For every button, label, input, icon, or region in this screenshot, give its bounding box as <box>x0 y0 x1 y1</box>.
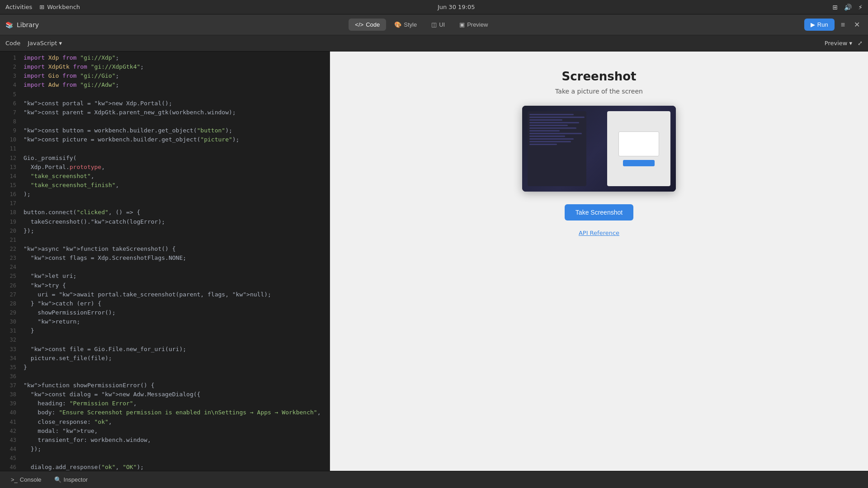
line-content <box>24 335 326 344</box>
line-number: 32 <box>4 335 16 344</box>
line-number: 12 <box>4 154 16 163</box>
inspector-tab[interactable]: 🔍 Inspector <box>49 474 93 485</box>
line-content: picture.set_file(file); <box>24 354 326 363</box>
line-number: 43 <box>4 436 16 445</box>
code-line: 29 showPermissionError(); <box>0 308 330 317</box>
line-number: 38 <box>4 390 16 399</box>
workbench-icon: ⊞ <box>39 4 44 10</box>
line-number: 27 <box>4 290 16 299</box>
line-content <box>24 144 326 153</box>
code-line: 33 "kw">const file = Gio.File.new_for_ur… <box>0 345 330 354</box>
chevron-down-icon: ▾ <box>59 40 62 47</box>
line-number: 44 <box>4 445 16 454</box>
take-screenshot-button[interactable]: Take Screenshot <box>565 204 633 221</box>
line-number: 5 <box>4 90 16 99</box>
main-content: 1import Xdp from "gi://Xdp";2import XdpG… <box>0 52 868 471</box>
headerbar-library[interactable]: 📚 Library <box>5 21 39 28</box>
code-line: 28 } "kw">catch (err) { <box>0 299 330 308</box>
code-line: 7"kw">const parent = XdpGtk.parent_new_g… <box>0 108 330 117</box>
mockup-preview-area <box>607 111 670 186</box>
run-button[interactable]: ▶ Run <box>804 19 835 31</box>
tab-code[interactable]: </> Code <box>349 19 386 31</box>
mockup-inner <box>522 106 676 192</box>
language-selector[interactable]: JavaScript ▾ <box>28 40 62 47</box>
line-content: "kw">const flags = Xdp.ScreenshotFlags.N… <box>24 253 326 263</box>
bottom-bar: >_ Console 🔍 Inspector <box>0 471 868 488</box>
line-number: 8 <box>4 117 16 126</box>
line-content <box>24 235 326 244</box>
code-line: 1import Xdp from "gi://Xdp"; <box>0 53 330 62</box>
line-number: 11 <box>4 144 16 153</box>
line-number: 19 <box>4 217 16 226</box>
line-number: 31 <box>4 326 16 335</box>
screenshot-mockup <box>522 106 676 192</box>
line-content: modal: "kw">true, <box>24 427 326 436</box>
line-number: 4 <box>4 80 16 89</box>
line-number: 10 <box>4 135 16 144</box>
mockup-white-box <box>618 131 659 156</box>
topbar-datetime: Jun 30 19:05 <box>438 4 475 10</box>
code-line: 31 } <box>0 326 330 335</box>
line-content <box>24 372 326 381</box>
line-content <box>24 199 326 208</box>
code-line: 3import Gio from "gi://Gio"; <box>0 71 330 80</box>
line-content: "kw">const picture = workbench.builder.g… <box>24 135 326 144</box>
line-content: takeScreenshot()."kw">catch(logError); <box>24 217 326 226</box>
headerbar-tabs: </> Code 🎨 Style ◫ UI ▣ Preview <box>349 19 494 31</box>
workbench-label: Workbench <box>47 4 80 10</box>
style-tab-label: Style <box>404 21 417 28</box>
sub-toolbar: Code JavaScript ▾ Preview ▾ ⤢ <box>0 35 868 52</box>
line-number: 40 <box>4 408 16 417</box>
code-line: 30 "kw">return; <box>0 317 330 326</box>
code-line: 24 <box>0 263 330 272</box>
line-content: "take_screenshot_finish", <box>24 181 326 190</box>
code-line: 35} <box>0 363 330 372</box>
code-tab-label: Code <box>366 21 380 28</box>
code-line: 5 <box>0 90 330 99</box>
code-line: 20}); <box>0 226 330 235</box>
line-content: "kw">return; <box>24 317 326 326</box>
activities-button[interactable]: Activities <box>5 4 32 10</box>
expand-icon[interactable]: ⤢ <box>858 40 863 47</box>
code-line: 6"kw">const portal = "kw">new Xdp.Portal… <box>0 99 330 108</box>
line-number: 34 <box>4 354 16 363</box>
topbar-left: Activities ⊞ Workbench <box>5 4 80 10</box>
line-content: "kw">let uri; <box>24 272 326 281</box>
code-line: 46 dialog.add_response("ok", "OK"); <box>0 463 330 471</box>
line-content <box>24 117 326 126</box>
api-reference-link[interactable]: API Reference <box>579 230 619 236</box>
code-line: 23 "kw">const flags = Xdp.ScreenshotFlag… <box>0 253 330 263</box>
line-number: 3 <box>4 71 16 80</box>
workbench-app-button[interactable]: ⊞ Workbench <box>39 4 80 10</box>
code-line: 42 modal: "kw">true, <box>0 427 330 436</box>
tab-style[interactable]: 🎨 Style <box>388 19 423 31</box>
line-number: 33 <box>4 345 16 354</box>
close-button[interactable]: ✕ <box>851 19 863 31</box>
line-number: 22 <box>4 244 16 253</box>
line-content: Gio._promisify( <box>24 154 326 163</box>
menu-button[interactable]: ≡ <box>838 19 848 31</box>
inspector-icon: 🔍 <box>54 476 61 483</box>
tab-ui[interactable]: ◫ UI <box>425 19 451 31</box>
code-editor[interactable]: 1import Xdp from "gi://Xdp";2import XdpG… <box>0 52 330 471</box>
line-content: }); <box>24 445 326 454</box>
line-number: 13 <box>4 163 16 172</box>
line-number: 30 <box>4 317 16 326</box>
line-number: 23 <box>4 253 16 263</box>
line-content: showPermissionError(); <box>24 308 326 317</box>
line-number: 17 <box>4 199 16 208</box>
library-icon: 📚 <box>5 21 13 28</box>
line-content: import Gio from "gi://Gio"; <box>24 71 326 80</box>
line-content: "kw">try { <box>24 281 326 290</box>
line-content <box>24 90 326 99</box>
line-number: 37 <box>4 381 16 390</box>
line-number: 16 <box>4 190 16 199</box>
console-tab[interactable]: >_ Console <box>5 474 47 485</box>
line-content: "kw">const dialog = "kw">new Adw.Message… <box>24 390 326 399</box>
inspector-label: Inspector <box>64 476 88 483</box>
language-label: JavaScript <box>28 40 57 47</box>
close-icon: ✕ <box>854 21 860 28</box>
line-content: import XdpGtk from "gi://XdpGtk4"; <box>24 62 326 71</box>
tab-preview[interactable]: ▣ Preview <box>453 19 494 31</box>
preview-content: Screenshot Take a picture of the screen <box>330 52 868 471</box>
